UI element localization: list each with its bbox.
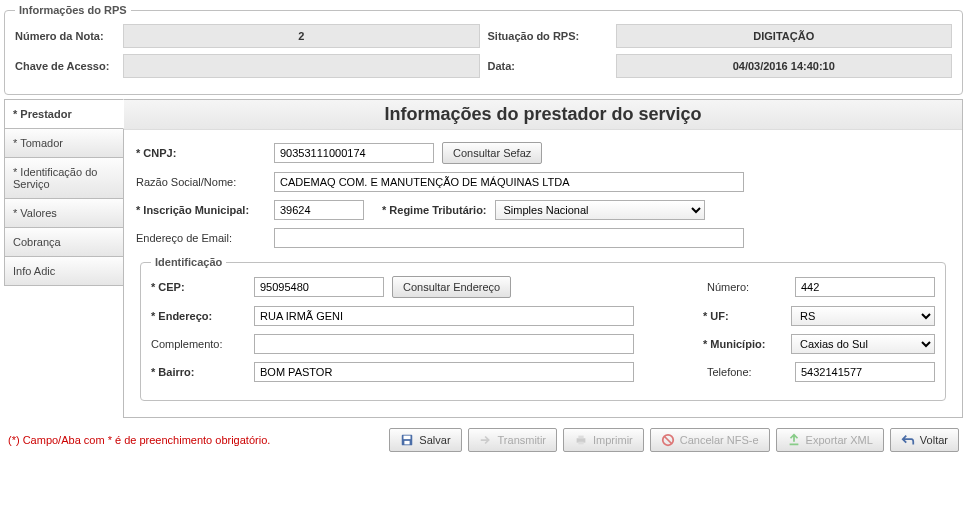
identificacao-fieldset: Identificação * CEP: Consultar Endereço … (140, 256, 946, 401)
tab-valores[interactable]: * Valores (4, 198, 124, 228)
voltar-button[interactable]: Voltar (890, 428, 959, 452)
numero-nota-value: 2 (123, 24, 480, 48)
numero-nota-label: Número da Nota: (15, 30, 115, 42)
bairro-input[interactable] (254, 362, 634, 382)
tab-cobranca[interactable]: Cobrança (4, 227, 124, 257)
footer-bar: (*) Campo/Aba com * é de preenchimento o… (0, 422, 967, 458)
data-value: 04/03/2016 14:40:10 (616, 54, 953, 78)
transmitir-button[interactable]: Transmitir (468, 428, 557, 452)
svg-line-7 (664, 437, 671, 444)
uf-select[interactable]: RS (791, 306, 935, 326)
cnpj-input[interactable] (274, 143, 434, 163)
razao-input[interactable] (274, 172, 744, 192)
svg-rect-4 (578, 436, 583, 439)
endereco-label: * Endereço: (151, 310, 246, 322)
cep-input[interactable] (254, 277, 384, 297)
data-label: Data: (488, 60, 608, 72)
regime-select[interactable]: Simples Nacional (495, 200, 705, 220)
required-note: (*) Campo/Aba com * é de preenchimento o… (8, 434, 270, 446)
numero-input[interactable] (795, 277, 935, 297)
municipio-label: * Município: (703, 338, 783, 350)
tab-info-adic[interactable]: Info Adic (4, 256, 124, 286)
cnpj-label: * CNPJ: (136, 147, 266, 159)
complemento-label: Complemento: (151, 338, 246, 350)
tab-prestador[interactable]: * Prestador (4, 99, 124, 129)
consultar-endereco-button[interactable]: Consultar Endereço (392, 276, 511, 298)
email-label: Endereço de Email: (136, 232, 266, 244)
telefone-label: Telefone: (707, 366, 787, 378)
inscricao-label: * Inscrição Municipal: (136, 204, 266, 216)
identificacao-legend: Identificação (151, 256, 226, 268)
save-icon (400, 433, 414, 447)
panel-title: Informações do prestador do serviço (124, 100, 962, 130)
regime-label: * Regime Tributário: (382, 204, 487, 216)
svg-rect-5 (578, 442, 583, 445)
razao-label: Razão Social/Nome: (136, 176, 266, 188)
prestador-panel: Informações do prestador do serviço * CN… (123, 99, 963, 418)
inscricao-input[interactable] (274, 200, 364, 220)
export-icon (787, 433, 801, 447)
tab-identificacao-servico[interactable]: * Identificação do Serviço (4, 157, 124, 199)
uf-label: * UF: (703, 310, 783, 322)
municipio-select[interactable]: Caxias do Sul (791, 334, 935, 354)
complemento-input[interactable] (254, 334, 634, 354)
tab-tomador[interactable]: * Tomador (4, 128, 124, 158)
salvar-button[interactable]: Salvar (389, 428, 461, 452)
tab-list: * Prestador * Tomador * Identificação do… (4, 99, 124, 418)
svg-rect-1 (404, 436, 411, 440)
chave-value (123, 54, 480, 78)
svg-rect-2 (405, 441, 410, 445)
situacao-value: DIGITAÇÃO (616, 24, 953, 48)
endereco-input[interactable] (254, 306, 634, 326)
cancelar-nfse-button[interactable]: Cancelar NFS-e (650, 428, 770, 452)
transmit-icon (479, 433, 493, 447)
rps-info-fieldset: Informações do RPS Número da Nota: 2 Sit… (4, 4, 963, 95)
cep-label: * CEP: (151, 281, 246, 293)
cancel-icon (661, 433, 675, 447)
email-input[interactable] (274, 228, 744, 248)
print-icon (574, 433, 588, 447)
back-icon (901, 433, 915, 447)
chave-label: Chave de Acesso: (15, 60, 115, 72)
rps-legend: Informações do RPS (15, 4, 131, 16)
svg-rect-8 (789, 444, 798, 446)
bairro-label: * Bairro: (151, 366, 246, 378)
consultar-sefaz-button[interactable]: Consultar Sefaz (442, 142, 542, 164)
telefone-input[interactable] (795, 362, 935, 382)
imprimir-button[interactable]: Imprimir (563, 428, 644, 452)
numero-label: Número: (707, 281, 787, 293)
exportar-xml-button[interactable]: Exportar XML (776, 428, 884, 452)
situacao-label: Situação do RPS: (488, 30, 608, 42)
